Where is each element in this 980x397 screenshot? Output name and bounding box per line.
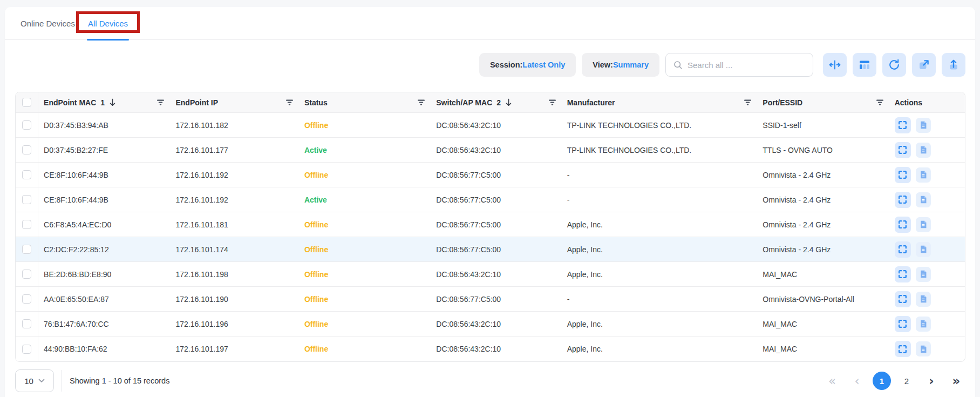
expand-row-button[interactable] [895,217,911,233]
page-button-1[interactable]: 1 [873,372,891,390]
column-header-endpoint-mac[interactable]: EndPoint MAC1 [38,92,170,113]
filter-icon[interactable] [417,99,425,106]
row-checkbox[interactable] [22,294,31,304]
column-header-port-essid[interactable]: Port/ESSID [757,92,889,113]
manufacturer-cell: - [562,187,758,212]
table-row[interactable]: C2:DC:F2:22:85:12172.16.101.174OfflineDC… [16,237,965,262]
row-details-button[interactable] [916,292,931,307]
status-cell: Offline [299,113,431,138]
expand-row-button[interactable] [895,291,911,307]
endpoint-ip-cell: 172.16.101.197 [170,337,298,361]
column-resize-button[interactable] [823,53,847,77]
page-size-select[interactable]: 10 [15,369,54,392]
expand-row-button[interactable] [895,167,911,183]
sort-arrow-down-icon[interactable] [109,98,116,106]
row-checkbox[interactable] [22,120,31,130]
manufacturer-cell: Apple, Inc. [562,262,758,287]
row-checkbox[interactable] [22,245,31,254]
row-details-button[interactable] [916,167,931,183]
select-all-checkbox[interactable] [22,98,31,107]
row-details-button[interactable] [916,267,931,282]
first-page-button[interactable]: « [823,372,841,390]
document-icon [920,220,927,228]
endpoint-ip-cell: 172.16.101.182 [170,113,298,138]
row-details-button[interactable] [916,217,931,232]
filter-icon[interactable] [876,99,884,106]
port-essid-cell: MAI_MAC [757,262,889,287]
column-label: Switch/AP MAC [436,98,492,107]
column-header-status[interactable]: Status [299,92,431,113]
row-details-button[interactable] [916,341,931,356]
column-header-switch-ap-mac[interactable]: Switch/AP MAC2 [431,92,561,113]
sort-arrow-down-icon[interactable] [505,98,512,106]
endpoint-ip-cell: 172.16.101.196 [170,312,298,337]
expand-row-button[interactable] [895,241,911,258]
expand-row-button[interactable] [895,266,911,282]
footer-divider [62,370,62,392]
column-header-actions[interactable]: Actions [889,92,965,113]
view-value: Summary [613,60,649,69]
table-row[interactable]: 44:90:BB:10:FA:62172.16.101.197OfflineDC… [16,337,965,361]
switch-ap-mac-cell: DC:08:56:43:2C:10 [431,113,561,138]
row-details-button[interactable] [916,192,931,207]
filter-icon[interactable] [548,99,556,106]
row-checkbox[interactable] [22,145,31,154]
columns-button[interactable] [853,53,876,77]
table-row[interactable]: 76:B1:47:6A:70:CC172.16.101.196OfflineDC… [16,312,965,337]
expand-icon [897,145,908,155]
row-details-button[interactable] [916,317,931,332]
session-filter-button[interactable]: Session:Latest Only [479,53,576,77]
row-details-button[interactable] [916,118,931,133]
tab-online-devices[interactable]: Online Devices [14,14,81,33]
expand-icon [897,344,908,354]
table-row[interactable]: AA:0E:65:50:EA:87172.16.101.190OfflineDC… [16,287,965,312]
page-button-2[interactable]: 2 [897,372,916,390]
column-header-manufacturer[interactable]: Manufacturer [562,92,758,113]
row-checkbox[interactable] [22,319,31,328]
expand-row-button[interactable] [895,117,911,133]
expand-icon [897,194,908,205]
row-select-cell [16,312,38,337]
prev-page-button[interactable]: ‹ [848,372,866,390]
endpoint-ip-cell: 172.16.101.192 [170,163,298,187]
columns-icon [858,58,871,71]
chevron-down-icon [38,379,45,383]
export-button[interactable] [942,53,965,77]
last-page-button[interactable]: » [947,372,965,390]
column-header-endpoint-ip[interactable]: EndPoint IP [170,92,298,113]
row-checkbox[interactable] [22,220,31,229]
tab-all-devices[interactable]: All Devices [81,14,134,33]
row-checkbox[interactable] [22,345,31,354]
row-details-button[interactable] [916,242,931,257]
table-row[interactable]: D0:37:45:B2:27:FE172.16.101.177ActiveDC:… [16,138,965,163]
expand-row-button[interactable] [895,341,911,357]
expand-row-button[interactable] [895,142,911,158]
active-tab-underline [87,39,129,41]
filter-icon[interactable] [156,99,165,106]
table-row[interactable]: CE:8F:10:6F:44:9B172.16.101.192ActiveDC:… [16,187,965,212]
table-row[interactable]: D0:37:45:B3:94:AB172.16.101.182OfflineDC… [16,113,965,138]
filter-icon[interactable] [744,99,752,106]
view-filter-button[interactable]: View:Summary [582,53,659,77]
table-row[interactable]: BE:2D:6B:BD:E8:90172.16.101.198OfflineDC… [16,262,965,287]
row-details-button[interactable] [916,143,931,158]
table-row[interactable]: C6:F8:A5:4A:EC:D0172.16.101.181OfflineDC… [16,212,965,237]
expand-row-button[interactable] [895,192,911,208]
table-row[interactable]: CE:8F:10:6F:44:9B172.16.101.192OfflineDC… [16,163,965,187]
row-checkbox[interactable] [22,195,31,204]
row-checkbox[interactable] [22,270,31,279]
export-icon [947,58,960,71]
switch-ap-mac-cell: DC:08:56:43:2C:10 [431,337,561,361]
next-page-button[interactable]: › [922,372,941,390]
row-select-cell [16,138,38,163]
open-external-button[interactable] [912,53,936,77]
refresh-button[interactable] [882,53,906,77]
row-checkbox[interactable] [22,170,31,179]
tabs-bar: Online Devices All Devices [5,7,975,40]
search-input[interactable] [688,60,805,70]
row-select-cell [16,163,38,187]
filter-icon[interactable] [285,99,294,106]
expand-row-button[interactable] [895,316,911,332]
row-select-cell [16,237,38,262]
manufacturer-cell: Apple, Inc. [562,337,758,361]
